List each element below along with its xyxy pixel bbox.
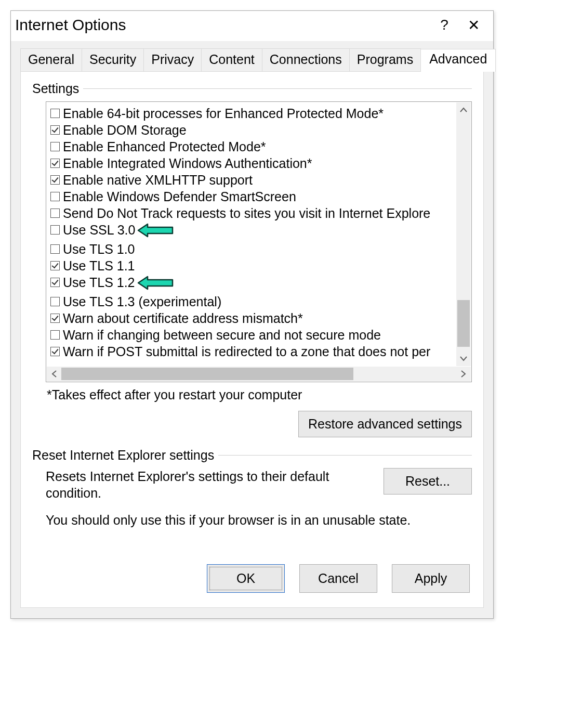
- checkbox[interactable]: [50, 297, 60, 306]
- settings-item[interactable]: Use TLS 1.0: [49, 241, 451, 257]
- checkbox[interactable]: [50, 192, 60, 201]
- checkbox[interactable]: [50, 244, 60, 254]
- divider: [218, 455, 472, 456]
- checkbox-label: Warn if POST submittal is redirected to …: [63, 343, 430, 360]
- settings-item[interactable]: Warn if changing between secure and not …: [49, 327, 451, 343]
- tab-panel-advanced: Settings Enable 64-bit processes for Enh…: [20, 71, 484, 608]
- settings-item[interactable]: Use TLS 1.2: [49, 274, 451, 293]
- checkbox[interactable]: [50, 109, 60, 118]
- settings-item[interactable]: Warn about certificate address mismatch*: [49, 310, 451, 327]
- settings-item[interactable]: Enable Enhanced Protected Mode*: [49, 138, 451, 155]
- checkbox-label: Use TLS 1.1: [63, 257, 135, 274]
- checkbox-label: Use SSL 3.0: [63, 222, 135, 238]
- ok-button[interactable]: OK: [207, 564, 285, 593]
- vertical-scrollbar[interactable]: [456, 102, 471, 366]
- titlebar: Internet Options ? ✕: [11, 11, 493, 41]
- annotation-arrow-icon: [139, 274, 177, 293]
- vscroll-thumb[interactable]: [457, 300, 470, 347]
- horizontal-scrollbar[interactable]: [47, 367, 471, 381]
- checkbox-label: Enable Integrated Windows Authentication…: [63, 155, 312, 172]
- tab-programs[interactable]: Programs: [349, 48, 421, 71]
- checkbox[interactable]: [50, 278, 60, 287]
- tab-general[interactable]: General: [20, 48, 82, 71]
- apply-button[interactable]: Apply: [392, 564, 470, 593]
- settings-item[interactable]: Enable 64-bit processes for Enhanced Pro…: [49, 105, 451, 122]
- settings-item[interactable]: Warn if POST submittal is redirected to …: [49, 343, 451, 360]
- checkbox[interactable]: [50, 314, 60, 323]
- hscroll-track[interactable]: [61, 367, 456, 381]
- svg-marker-0: [138, 224, 173, 237]
- tab-security[interactable]: Security: [82, 48, 144, 71]
- checkbox-label: Use TLS 1.3 (experimental): [63, 293, 221, 310]
- settings-item[interactable]: Use TLS 1.3 (experimental): [49, 293, 451, 310]
- tab-content[interactable]: Content: [201, 48, 262, 71]
- checkbox-label: Enable native XMLHTTP support: [63, 172, 253, 188]
- tab-privacy[interactable]: Privacy: [143, 48, 202, 71]
- checkbox[interactable]: [50, 175, 60, 185]
- restore-advanced-settings-button[interactable]: Restore advanced settings: [298, 411, 472, 437]
- reset-group-header: Reset Internet Explorer settings: [32, 448, 472, 463]
- checkbox[interactable]: [50, 261, 60, 270]
- checkbox-label: Enable Windows Defender SmartScreen: [63, 188, 296, 205]
- settings-item[interactable]: Enable Windows Defender SmartScreen: [49, 188, 451, 205]
- checkbox-label: Enable DOM Storage: [63, 122, 187, 138]
- reset-hint: You should only use this if your browser…: [46, 513, 472, 528]
- checkbox-label: Enable Enhanced Protected Mode*: [63, 138, 266, 155]
- settings-item[interactable]: Enable Integrated Windows Authentication…: [49, 155, 451, 172]
- svg-marker-1: [138, 277, 173, 289]
- reset-group-label: Reset Internet Explorer settings: [32, 448, 214, 463]
- internet-options-dialog: Internet Options ? ✕ GeneralSecurityPriv…: [10, 10, 494, 619]
- checkbox[interactable]: [50, 347, 60, 356]
- checkbox[interactable]: [50, 330, 60, 340]
- help-button[interactable]: ?: [430, 17, 459, 33]
- scroll-left-icon[interactable]: [47, 367, 61, 381]
- settings-group-label: Settings: [32, 81, 79, 96]
- checkbox[interactable]: [50, 225, 60, 235]
- hscroll-thumb[interactable]: [61, 368, 353, 380]
- settings-listbox[interactable]: Enable 64-bit processes for Enhanced Pro…: [46, 101, 472, 382]
- settings-item[interactable]: Enable native XMLHTTP support: [49, 172, 451, 188]
- cancel-button[interactable]: Cancel: [299, 564, 377, 593]
- close-button[interactable]: ✕: [459, 17, 488, 34]
- settings-item[interactable]: Use SSL 3.0: [49, 222, 451, 241]
- reset-description: Resets Internet Explorer's settings to t…: [46, 468, 371, 501]
- checkbox[interactable]: [50, 142, 60, 151]
- settings-item[interactable]: Use TLS 1.1: [49, 257, 451, 274]
- settings-group-header: Settings: [32, 81, 472, 96]
- divider: [83, 88, 472, 89]
- window-title: Internet Options: [14, 16, 430, 34]
- tab-advanced[interactable]: Advanced: [420, 49, 496, 72]
- checkbox-label: Warn if changing between secure and not …: [63, 327, 381, 343]
- settings-item[interactable]: Send Do Not Track requests to sites you …: [49, 205, 451, 222]
- restart-footnote: *Takes effect after you restart your com…: [47, 387, 472, 402]
- checkbox-label: Send Do Not Track requests to sites you …: [63, 205, 430, 222]
- annotation-arrow-icon: [139, 222, 177, 241]
- checkbox-label: Enable 64-bit processes for Enhanced Pro…: [63, 105, 384, 122]
- dialog-button-row: OK Cancel Apply: [32, 564, 472, 593]
- checkbox[interactable]: [50, 159, 60, 168]
- tab-connections[interactable]: Connections: [262, 48, 350, 71]
- checkbox[interactable]: [50, 209, 60, 218]
- vscroll-track[interactable]: [456, 117, 471, 352]
- checkbox-label: Use TLS 1.0: [63, 241, 135, 257]
- reset-button[interactable]: Reset...: [384, 468, 472, 495]
- checkbox-label: Warn about certificate address mismatch*: [63, 310, 303, 327]
- settings-item[interactable]: Enable DOM Storage: [49, 122, 451, 138]
- checkbox-label: Use TLS 1.2: [63, 274, 135, 291]
- scroll-down-icon[interactable]: [456, 352, 471, 366]
- scroll-up-icon[interactable]: [456, 102, 471, 117]
- tab-strip: GeneralSecurityPrivacyContentConnections…: [20, 41, 484, 71]
- scroll-right-icon[interactable]: [456, 367, 471, 381]
- checkbox[interactable]: [50, 125, 60, 135]
